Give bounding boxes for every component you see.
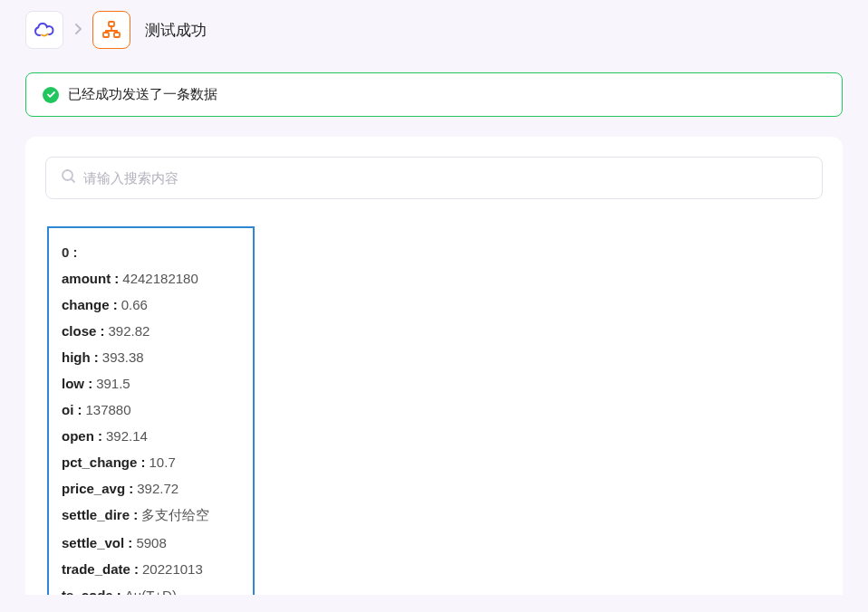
row-key: settle_dire : (62, 507, 138, 522)
row-value: Au(T+D) (125, 588, 177, 595)
row-key: pct_change : (62, 454, 146, 470)
row-value: 392.82 (109, 323, 150, 339)
header-bar: 测试成功 (0, 0, 868, 60)
card-rows: amount :4242182180change :0.66close :392… (62, 271, 246, 595)
row-value: 392.14 (106, 428, 148, 444)
search-icon (61, 168, 76, 187)
row-key: close : (62, 323, 105, 339)
row-value: 10.7 (149, 454, 176, 470)
row-value: 多支付给空 (141, 507, 209, 524)
row-value: 137880 (86, 402, 131, 417)
row-key: settle_vol : (62, 535, 132, 550)
search-box[interactable] (45, 157, 823, 199)
cloud-icon (33, 21, 56, 39)
success-alert: 已经成功发送了一条数据 (25, 72, 843, 117)
data-row: low :391.5 (62, 376, 246, 391)
sitemap-icon (101, 20, 121, 40)
data-row: settle_vol :5908 (62, 535, 246, 550)
data-row: ts_code :Au(T+D) (62, 588, 246, 595)
data-row: high :393.38 (62, 349, 246, 365)
row-key: ts_code : (62, 588, 121, 595)
row-value: 393.38 (102, 349, 144, 365)
page-title: 测试成功 (145, 20, 207, 41)
data-row: oi :137880 (62, 402, 246, 417)
data-row: change :0.66 (62, 297, 246, 312)
row-key: price_avg : (62, 481, 133, 496)
data-row: close :392.82 (62, 323, 246, 339)
alert-message: 已经成功发送了一条数据 (68, 86, 217, 103)
row-value: 0.66 (121, 297, 148, 312)
search-input[interactable] (83, 170, 807, 186)
sitemap-button[interactable] (92, 11, 130, 49)
row-key: trade_date : (62, 561, 139, 577)
data-row: price_avg :392.72 (62, 481, 246, 496)
data-row: settle_dire :多支付给空 (62, 507, 246, 524)
row-value: 391.5 (96, 376, 130, 391)
row-key: low : (62, 376, 92, 391)
row-key: high : (62, 349, 99, 365)
data-row: open :392.14 (62, 428, 246, 444)
svg-rect-0 (109, 22, 114, 26)
svg-rect-1 (103, 33, 109, 37)
row-value: 4242182180 (122, 271, 198, 286)
row-value: 5908 (136, 535, 166, 550)
row-key: amount : (62, 271, 119, 286)
row-key: oi : (62, 402, 82, 417)
check-circle-icon (43, 87, 59, 103)
data-card[interactable]: 0 : amount :4242182180change :0.66close … (47, 226, 255, 595)
data-row: trade_date :20221013 (62, 561, 246, 577)
row-value: 392.72 (137, 481, 178, 496)
main-panel: 0 : amount :4242182180change :0.66close … (25, 137, 843, 595)
data-row: pct_change :10.7 (62, 454, 246, 470)
chevron-right-icon (72, 23, 83, 37)
row-key: open : (62, 428, 102, 444)
row-key: change : (62, 297, 118, 312)
row-value: 20221013 (142, 561, 203, 577)
card-index: 0 : (62, 244, 246, 260)
svg-point-3 (63, 170, 72, 180)
data-row: amount :4242182180 (62, 271, 246, 286)
svg-rect-2 (114, 33, 120, 37)
content-scroll[interactable]: 0 : amount :4242182180change :0.66close … (45, 226, 823, 595)
cloud-button[interactable] (25, 11, 63, 49)
